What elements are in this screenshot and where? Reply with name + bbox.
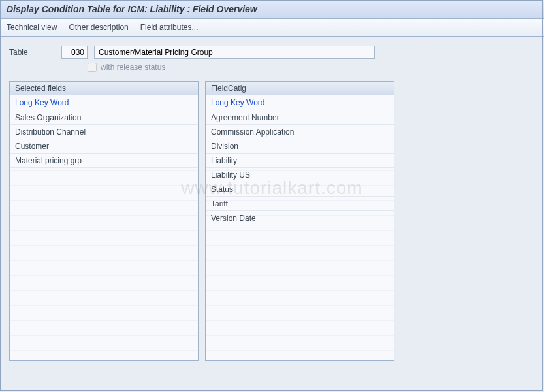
table-label: Table <box>9 48 55 57</box>
selected-fields-panel: Selected fields Long Key Word Sales Orga… <box>9 81 199 361</box>
list-item[interactable]: Status <box>206 182 394 197</box>
list-item[interactable]: Agreement Number <box>206 110 394 125</box>
selected-fields-col-header[interactable]: Long Key Word <box>10 95 198 110</box>
page-title: Display Condition Table for ICM: Liabili… <box>0 0 544 19</box>
field-catalog-title: FieldCatlg <box>206 82 394 95</box>
technical-view-button[interactable]: Technical view <box>7 23 57 32</box>
list-item[interactable]: Liability <box>206 154 394 168</box>
list-item[interactable]: Distribution Channel <box>10 125 198 139</box>
other-description-button[interactable]: Other description <box>69 23 128 32</box>
list-item[interactable]: Tariff <box>206 197 394 211</box>
release-status-checkbox[interactable] <box>88 63 97 72</box>
field-attributes-button[interactable]: Field attributes... <box>140 23 199 32</box>
list-item[interactable]: Liability US <box>206 168 394 182</box>
selected-fields-title: Selected fields <box>10 82 198 95</box>
field-catalog-panel: FieldCatlg Long Key Word Agreement Numbe… <box>205 81 394 361</box>
list-item[interactable]: Version Date <box>206 211 394 225</box>
table-number-input[interactable] <box>61 46 88 59</box>
list-item[interactable]: Material pricing grp <box>10 154 198 168</box>
list-item[interactable]: Commission Application <box>206 125 394 139</box>
toolbar: Technical view Other description Field a… <box>0 19 544 37</box>
table-row: Table <box>0 37 544 61</box>
field-catalog-list: Agreement NumberCommission ApplicationDi… <box>206 110 394 360</box>
field-catalog-col-header[interactable]: Long Key Word <box>206 95 394 110</box>
list-item[interactable]: Division <box>206 139 394 154</box>
selected-fields-list: Sales OrganizationDistribution ChannelCu… <box>10 110 198 360</box>
release-status-row: with release status <box>0 61 544 81</box>
list-item[interactable]: Customer <box>10 139 198 154</box>
table-description-input[interactable] <box>94 46 375 59</box>
release-status-label: with release status <box>101 63 165 72</box>
list-item[interactable]: Sales Organization <box>10 110 198 125</box>
